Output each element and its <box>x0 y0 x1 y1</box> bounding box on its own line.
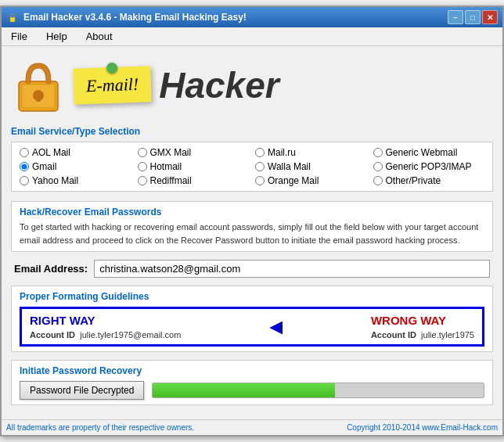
right-way-account: Account ID julie.tyler1975@email.com <box>30 330 181 340</box>
close-button[interactable]: ✕ <box>482 10 498 24</box>
progress-bar-fill <box>153 383 334 397</box>
format-left: RIGHT WAY Account ID julie.tyler1975@ema… <box>30 314 181 340</box>
menu-help[interactable]: Help <box>40 29 74 44</box>
email-label: Email Address: <box>14 263 88 275</box>
radio-orange[interactable]: Orange Mail <box>255 175 367 186</box>
padlock-icon <box>11 54 66 117</box>
radio-pop3-imap[interactable]: Generic POP3/IMAP <box>373 161 485 172</box>
radio-input-yahoo[interactable] <box>20 176 29 185</box>
radio-input-walla[interactable] <box>255 162 265 171</box>
radio-label-gmx: GMX Mail <box>150 147 192 158</box>
right-example: julie.tyler1975@email.com <box>80 330 181 340</box>
radio-aol-mail[interactable]: AOL Mail <box>20 147 131 158</box>
window-controls: – □ ✕ <box>448 10 498 24</box>
radio-gmail[interactable]: Gmail <box>20 161 131 172</box>
hack-section-title: Hack/Recover Email Passwords <box>20 207 484 217</box>
footer: All trademarks are property of their res… <box>2 419 502 435</box>
initiate-section: Initiate Password Recovery Password File… <box>11 360 493 405</box>
footer-right: Copyright 2010-2014 www.Email-Hack.com <box>347 423 498 432</box>
radio-label-yahoo: Yahoo Mail <box>32 175 78 186</box>
email-service-title: Email Service/Type Selection <box>11 126 493 137</box>
radio-gmx-mail[interactable]: GMX Mail <box>138 147 250 158</box>
wrong-example: julie.tyler1975 <box>421 330 474 340</box>
svg-rect-0 <box>10 17 15 22</box>
title-bar-left: Email Hacker v3.4.6 - Making Email Hacki… <box>6 11 247 23</box>
format-box: RIGHT WAY Account ID julie.tyler1975@ema… <box>20 307 484 347</box>
header-area: E-mail! Hacker <box>11 54 493 117</box>
menu-file[interactable]: File <box>5 29 34 44</box>
minimize-button[interactable]: – <box>448 10 463 24</box>
radio-input-rediff[interactable] <box>138 176 147 185</box>
radio-label-walla: Walla Mail <box>268 161 311 172</box>
format-section: Proper Formating Guidelines RIGHT WAY Ac… <box>11 286 493 352</box>
footer-left: All trademarks are property of their res… <box>6 423 194 432</box>
main-window: Email Hacker v3.4.6 - Making Email Hacki… <box>0 5 504 437</box>
sticky-note: E-mail! <box>73 66 152 104</box>
radio-generic-webmail[interactable]: Generic Webmail <box>373 147 485 158</box>
radio-yahoo[interactable]: Yahoo Mail <box>20 175 131 186</box>
radio-rediffmail[interactable]: Rediffmail <box>138 175 250 186</box>
sticky-dot <box>106 63 117 74</box>
format-title: Proper Formating Guidelines <box>20 291 484 302</box>
radio-input-pop3[interactable] <box>373 162 383 171</box>
sticky-text: E-mail! <box>86 74 139 95</box>
email-row: Email Address: <box>11 260 493 278</box>
radio-walla[interactable]: Walla Mail <box>255 161 367 172</box>
radio-label-pop3: Generic POP3/IMAP <box>386 161 472 172</box>
title-bar: Email Hacker v3.4.6 - Making Email Hacki… <box>2 7 502 27</box>
format-right: WRONG WAY Account ID julie.tyler1975 <box>371 314 474 340</box>
arrow-icon: ◄ <box>265 314 287 340</box>
radio-label-mailru: Mail.ru <box>268 147 296 158</box>
content-area: E-mail! Hacker Email Service/Type Select… <box>2 46 502 419</box>
svg-rect-4 <box>36 95 41 102</box>
maximize-button[interactable]: □ <box>465 10 481 24</box>
radio-input-hotmail[interactable] <box>138 162 147 171</box>
wrong-way-account: Account ID julie.tyler1975 <box>371 330 474 340</box>
radio-label-gmail: Gmail <box>32 161 56 172</box>
radio-input-webmail[interactable] <box>373 148 383 157</box>
radio-other[interactable]: Other/Private <box>373 175 485 186</box>
right-way-label: RIGHT WAY <box>30 314 181 327</box>
radio-mailru[interactable]: Mail.ru <box>255 147 367 158</box>
app-icon <box>6 11 19 23</box>
hacker-title: Hacker <box>159 64 279 106</box>
radio-label-webmail: Generic Webmail <box>386 147 458 158</box>
radio-grid: AOL Mail GMX Mail Mail.ru Generic Webmai… <box>11 142 493 192</box>
radio-label-rediff: Rediffmail <box>150 175 192 186</box>
progress-bar <box>152 383 484 398</box>
wrong-way-label: WRONG WAY <box>371 314 474 327</box>
hack-section: Hack/Recover Email Passwords To get star… <box>11 201 493 252</box>
menubar: File Help About <box>2 27 502 46</box>
wrong-account-id: Account ID <box>371 330 416 340</box>
radio-input-gmail[interactable] <box>20 162 29 171</box>
decrypt-button[interactable]: Password File Decrypted <box>20 381 144 400</box>
radio-label-other: Other/Private <box>386 175 441 186</box>
radio-input-other[interactable] <box>373 176 383 185</box>
window-title: Email Hacker v3.4.6 - Making Email Hacki… <box>23 12 247 23</box>
radio-input-aol[interactable] <box>20 148 29 157</box>
radio-label-hotmail: Hotmail <box>150 161 182 172</box>
hack-description: To get started with hacking or recoverin… <box>20 221 484 246</box>
radio-hotmail[interactable]: Hotmail <box>138 161 250 172</box>
progress-row: Password File Decrypted <box>20 381 484 400</box>
right-account-id: Account ID <box>30 330 75 340</box>
radio-input-gmx[interactable] <box>138 148 147 157</box>
email-service-section: Email Service/Type Selection AOL Mail GM… <box>11 126 493 192</box>
radio-input-orange[interactable] <box>255 176 265 185</box>
radio-label-aol: AOL Mail <box>32 147 70 158</box>
menu-about[interactable]: About <box>80 29 119 44</box>
radio-input-mailru[interactable] <box>255 148 265 157</box>
initiate-title: Initiate Password Recovery <box>20 365 484 376</box>
radio-label-orange: Orange Mail <box>268 175 319 186</box>
email-input[interactable] <box>94 260 490 278</box>
